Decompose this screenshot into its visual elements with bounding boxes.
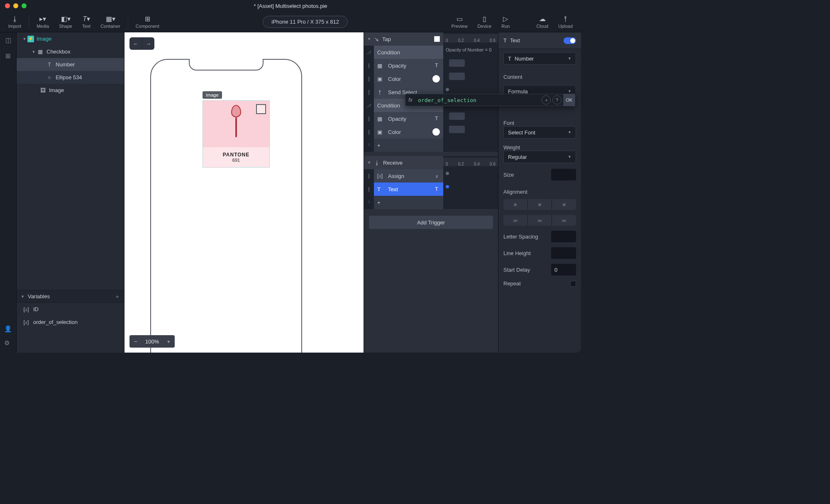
cloud-icon: ☁ [539, 15, 546, 23]
action-text[interactable]: ┃TTextT [364, 183, 443, 196]
action-color-2[interactable]: ┃▣Color [364, 125, 443, 139]
circle-icon: ○ [46, 74, 53, 80]
letter-spacing-input[interactable] [551, 231, 576, 242]
target-select[interactable]: TNumber▼ [503, 52, 576, 65]
font-select[interactable]: Select Font▼ [503, 126, 576, 139]
spoon-graphic [233, 105, 239, 138]
timeline-slot[interactable] [443, 167, 498, 180]
timeline-slot[interactable] [443, 123, 498, 136]
trigger-receive-header[interactable]: ▼⭳Receive [364, 156, 443, 169]
align-left-button[interactable]: ≡ [503, 199, 527, 210]
align-center-button[interactable]: ≡ [527, 199, 552, 210]
timeline-slot[interactable] [443, 180, 498, 193]
add-action-button[interactable]: └+ [364, 196, 443, 209]
container-button[interactable]: ▦▾Container [95, 12, 125, 32]
timeline-slot[interactable] [443, 70, 498, 83]
container-icon: ▦ [37, 49, 44, 55]
repeat-label: Repeat [503, 280, 570, 287]
text-button[interactable]: T▾Text [77, 12, 95, 32]
component-button[interactable]: ⊞Component [131, 12, 164, 32]
shapes-icon: ◧▾ [61, 15, 71, 23]
layer-number[interactable]: TNumber [17, 58, 124, 71]
upload-button[interactable]: ⭱Upload [553, 12, 578, 32]
variable-icon: [𝑥] [377, 173, 385, 179]
layer-image-root[interactable]: ▼⚡Image [17, 32, 124, 45]
cloud-button[interactable]: ☁Cloud [531, 12, 553, 32]
divider [29, 15, 29, 29]
zoom-icon[interactable] [22, 3, 27, 8]
action-opacity-2[interactable]: ┃▩OpacityT [364, 112, 443, 125]
chevron-down-icon: ▼ [568, 130, 571, 134]
back-button[interactable]: ← [129, 37, 142, 50]
start-delay-label: Start Delay [503, 267, 551, 273]
image-asset[interactable]: PANTONE691 [203, 100, 270, 168]
condition-text: Opacity of Number = 0 [443, 43, 498, 56]
ok-button[interactable]: OK [563, 94, 575, 106]
layer-image[interactable]: 🖼Image [17, 84, 124, 97]
v-align-segment: ═ ═ ═ [503, 215, 576, 226]
preview-button[interactable]: ▭Preview [446, 12, 472, 32]
checkbox-overlay[interactable] [256, 104, 266, 114]
letter-spacing-label: Letter Spacing [503, 234, 551, 240]
variable-order[interactable]: [𝑥]order_of_selection [17, 316, 124, 329]
divider [128, 15, 128, 29]
enable-toggle[interactable] [564, 37, 576, 44]
text-icon: T [377, 186, 385, 192]
align-bottom-button[interactable]: ═ [552, 215, 576, 226]
device-button[interactable]: ▯Device [473, 12, 497, 32]
timeline-slot[interactable] [443, 56, 498, 70]
h-align-segment: ≡ ≡ ≡ [503, 199, 576, 210]
play-square-icon: ▸▾ [39, 15, 46, 23]
add-trigger-button[interactable]: Add Trigger [369, 216, 493, 229]
add-panel-icon[interactable]: ⊞ [5, 52, 11, 60]
timeline-slot[interactable] [443, 110, 498, 123]
bolt-icon: ⚡ [27, 36, 34, 42]
zoom-control: − 100% + [129, 335, 175, 348]
layer-ellipse[interactable]: ○Ellipse 534 [17, 71, 124, 84]
add-variable-button[interactable]: ＋ [115, 293, 120, 300]
action-opacity[interactable]: ┃▩OpacityT [364, 59, 443, 72]
media-button[interactable]: ▸▾Media [32, 12, 54, 32]
chevron-down-icon: ▼ [568, 155, 571, 159]
align-middle-button[interactable]: ═ [527, 215, 552, 226]
device-selector[interactable]: iPhone 11 Pro / X 375 x 812 [263, 16, 348, 28]
panels-icon[interactable]: ◫ [5, 37, 11, 44]
action-assign[interactable]: ┃[𝑥]Assign𝑥 [364, 169, 443, 183]
chevron-down-icon: ▼ [31, 50, 37, 54]
forward-button[interactable]: → [142, 37, 154, 50]
branch-icon: ⎇ [366, 103, 371, 108]
text-icon: T▾ [83, 15, 90, 23]
canvas[interactable]: ← → Image PANTONE691 − 100% + [124, 32, 364, 353]
shape-button[interactable]: ◧▾Shape [54, 12, 77, 32]
zoom-out-button[interactable]: − [129, 338, 142, 345]
text-icon: T [433, 62, 440, 69]
import-button[interactable]: ⭳Import [3, 12, 26, 32]
run-button[interactable]: ▷Run [496, 12, 515, 32]
action-condition[interactable]: ⎇Condition [364, 46, 443, 59]
fx-icon: fx [405, 97, 415, 103]
user-icon[interactable]: 👤 [4, 325, 12, 333]
align-top-button[interactable]: ═ [503, 215, 527, 226]
line-height-input[interactable] [551, 247, 576, 259]
trigger-swatch[interactable] [434, 36, 440, 42]
weight-select[interactable]: Regular▼ [503, 151, 576, 163]
start-delay-input[interactable]: 0 [551, 264, 576, 275]
minimize-icon[interactable] [13, 3, 18, 8]
layer-checkbox[interactable]: ▼▦Checkbox [17, 45, 124, 58]
help-button[interactable]: ? [552, 95, 561, 105]
timeline-ruler: 00.20.40.6 [443, 34, 498, 43]
action-color[interactable]: ┃▣Color [364, 72, 443, 85]
trigger-tap-header[interactable]: ▼↘Tap [364, 32, 443, 46]
add-formula-button[interactable]: ＋ [542, 95, 551, 105]
repeat-checkbox[interactable] [570, 281, 576, 287]
close-icon[interactable] [5, 3, 10, 8]
zoom-in-button[interactable]: + [162, 338, 175, 345]
add-action-button[interactable]: └+ [364, 139, 443, 152]
gear-icon[interactable]: ⚙ [4, 339, 12, 347]
variables-header[interactable]: ▼Variables＋ [17, 290, 124, 303]
size-input[interactable] [551, 169, 576, 180]
text-icon: T [46, 61, 53, 68]
variable-id[interactable]: [𝑥]ID [17, 303, 124, 316]
formula-input[interactable]: order_of_selection [415, 97, 542, 103]
align-right-button[interactable]: ≡ [552, 199, 576, 210]
